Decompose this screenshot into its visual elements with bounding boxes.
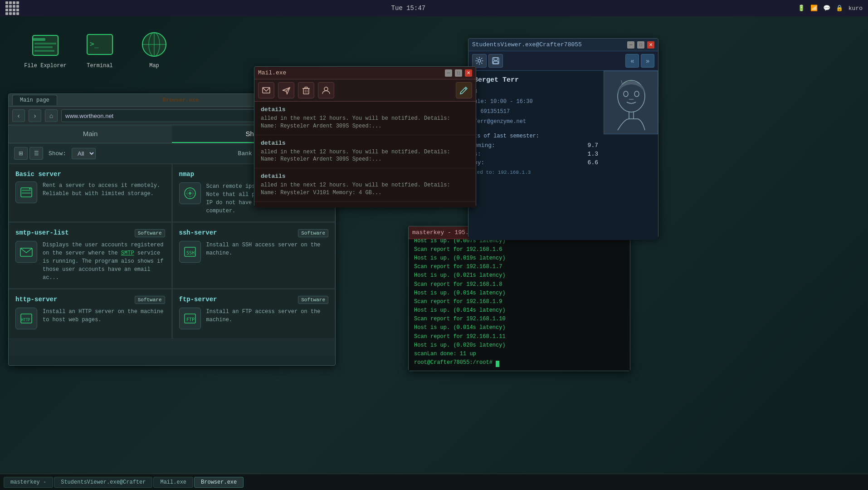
map-icon[interactable]: Map (136, 30, 172, 69)
svg-text:FTP: FTP (186, 317, 195, 322)
stat-value-2: 1.3 (588, 151, 598, 157)
mail-row-title: details (261, 106, 469, 113)
item-desc: Install an SSH access server on the mach… (206, 241, 329, 257)
mail-send-btn[interactable] (278, 82, 294, 98)
top-bar-left (5, 1, 19, 15)
stat-value-1: 9.7 (588, 142, 598, 149)
browser-forward-btn[interactable]: › (29, 109, 41, 122)
file-explorer-label: File Explorer (24, 63, 67, 69)
svg-rect-39 (493, 61, 498, 64)
stat-row-2: s: 1.3 (474, 151, 598, 157)
taskbar-mail[interactable]: Mail.exe (153, 477, 193, 488)
shop-item-header: ftp-server Software (179, 296, 329, 304)
mail-contacts-btn[interactable] (318, 82, 334, 98)
mail-compose-btn[interactable] (456, 82, 472, 98)
taskbar-browser[interactable]: Browser.exe (194, 477, 244, 488)
students-save-btn[interactable] (488, 54, 503, 68)
shop-item-header: http-server Software (15, 296, 165, 304)
connected-label: ted to: 192.168.1.3 (474, 170, 598, 175)
students-next-btn[interactable]: » (641, 54, 654, 68)
student-phone: : 691351517 (474, 108, 598, 116)
shop-item-body: SSH Install an SSH access server on the … (179, 241, 329, 263)
shop-item-ftp[interactable]: ftp-server Software FTP Install an FTP a… (172, 289, 336, 339)
mail-delete-btn[interactable] (298, 82, 314, 98)
mail-titlebar: Mail.exe ─ □ ✕ (254, 67, 476, 79)
svg-rect-2 (34, 43, 56, 44)
students-settings-btn[interactable] (472, 54, 487, 68)
students-title: StudentsViewer.exe@Crafter78055 (472, 41, 582, 48)
student-avatar (604, 71, 658, 134)
wifi-icon: 📶 (810, 5, 818, 12)
students-content: Berget Terr 3 ule: 10:00 - 16:30 : 69135… (468, 71, 658, 240)
shop-item-http[interactable]: http-server Software HTTP Install an HTT… (9, 289, 172, 339)
students-toolbar: « » (468, 51, 658, 71)
mail-row[interactable]: details alled in the next 12 hours. You … (254, 135, 476, 169)
top-bar: Tue 15:47 🔋 📶 💬 🔒 kuro (0, 0, 868, 16)
grid-view-btn[interactable]: ⊞ (14, 147, 28, 160)
svg-rect-13 (22, 192, 31, 194)
top-bar-right: 🔋 📶 💬 🔒 kuro (798, 5, 863, 12)
mail-row-body: alled in the next 12 hours. You will be … (261, 181, 469, 197)
student-name: Berget Terr (474, 76, 598, 84)
desktop: File Explorer >_ Terminal Map (0, 16, 868, 474)
svg-point-14 (29, 188, 31, 190)
browser-main-tab[interactable]: Main page (12, 95, 57, 105)
student-id: 3 (474, 88, 598, 96)
mail-toolbar (254, 79, 476, 102)
show-select[interactable]: All (72, 148, 96, 159)
terminal-icon[interactable]: >_ Terminal (82, 30, 118, 69)
file-explorer-icon[interactable]: File Explorer (27, 30, 63, 69)
shop-item-header: Basic server (15, 171, 165, 178)
shop-item-header: ssh-server Software (179, 229, 329, 237)
shop-item-basic-server[interactable]: Basic server Rent a server to access it … (9, 164, 172, 222)
list-view-btn[interactable]: ☰ (29, 147, 43, 160)
taskbar-students[interactable]: StudentsViewer.exe@Crafter (54, 477, 152, 488)
shop-item-smtp[interactable]: smtp-user-list Software Displays the use… (9, 222, 172, 289)
stat-value-3: 6.6 (588, 159, 598, 166)
smtp-link[interactable]: SMTP (121, 250, 134, 256)
item-badge: Software (135, 229, 165, 237)
students-minimize-btn[interactable]: ─ (627, 41, 634, 49)
svg-rect-3 (34, 46, 53, 48)
terminal-body[interactable]: Scan report for 192.168.1.4Host is up. (… (409, 239, 630, 371)
mail-maximize-btn[interactable]: □ (455, 69, 462, 77)
students-titlebar: StudentsViewer.exe@Crafter78055 ─ □ ✕ (468, 39, 658, 51)
chat-icon: 💬 (823, 5, 830, 12)
shop-item-body: Rent a server to access it remotely. Rel… (15, 181, 165, 203)
item-name: Basic server (15, 171, 61, 178)
students-prev-btn[interactable]: « (625, 54, 639, 68)
shop-item-ssh[interactable]: ssh-server Software SSH Install an SSH a… (172, 222, 336, 289)
terminal-image: >_ (85, 30, 114, 59)
students-close-btn[interactable]: ✕ (647, 41, 654, 49)
item-icon (15, 241, 37, 263)
browser-back-btn[interactable]: ‹ (12, 109, 25, 122)
mail-title: Mail.exe (258, 69, 286, 76)
student-email: Terr@genzyme.net (474, 118, 598, 126)
mail-minimize-btn[interactable]: ─ (445, 69, 452, 77)
browser-home-btn[interactable]: ⌂ (45, 109, 58, 122)
mail-inbox-btn[interactable] (258, 82, 274, 98)
svg-rect-1 (33, 38, 45, 41)
map-label: Map (149, 63, 159, 69)
students-maximize-btn[interactable]: □ (637, 41, 644, 49)
svg-text:HTTP: HTTP (21, 318, 30, 322)
mail-row[interactable]: details alled in the next 12 hours. You … (254, 102, 476, 135)
svg-rect-31 (305, 87, 307, 88)
students-info-panel: Berget Terr 3 ule: 10:00 - 16:30 : 69135… (468, 71, 604, 240)
nav-main-btn[interactable]: Main (9, 125, 172, 143)
mail-row[interactable]: details alled in the next 12 hours. You … (254, 168, 476, 202)
svg-rect-12 (22, 190, 31, 191)
taskbar-masterkey[interactable]: masterkey - (4, 477, 53, 488)
mail-row-body: alled in the next 12 hours. You will be … (261, 148, 469, 164)
shop-item-body: FTP Install an FTP access server on the … (179, 308, 329, 329)
item-badge: Software (298, 296, 328, 304)
app-grid-icon[interactable] (5, 1, 19, 15)
students-stats-panel: ts of last semester: mming: 9.7 s: 1.3 n… (474, 133, 598, 175)
view-toggle: ⊞ ☰ (14, 147, 43, 160)
mail-close-btn[interactable]: ✕ (465, 69, 472, 77)
svg-text:>_: >_ (90, 39, 99, 48)
mail-content: details alled in the next 12 hours. You … (254, 102, 476, 207)
item-desc: Install an FTP access server on the mach… (206, 308, 329, 324)
lock-icon: 🔒 (836, 5, 843, 12)
mail-row-title: details (261, 140, 469, 147)
